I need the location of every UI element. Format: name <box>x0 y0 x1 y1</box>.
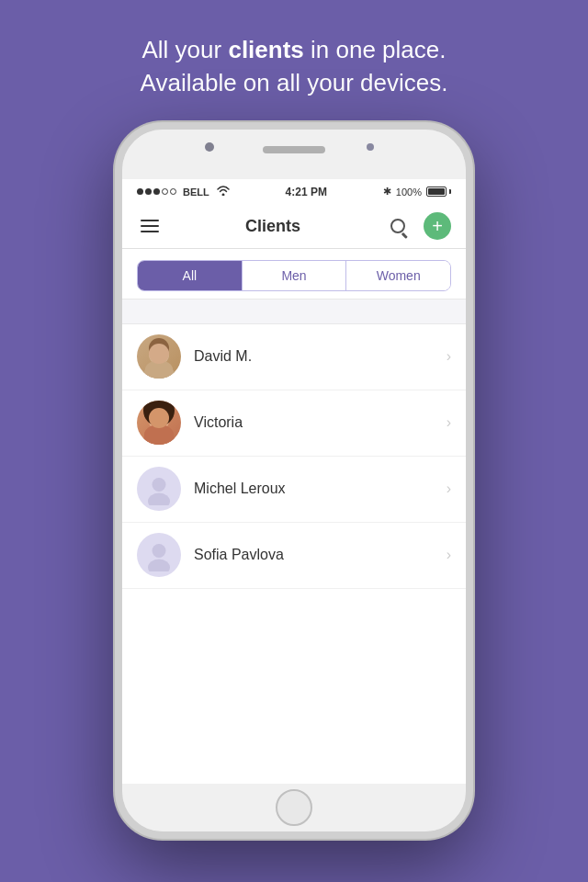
svg-point-1 <box>149 345 169 365</box>
battery-pct: 100% <box>396 187 422 198</box>
segment-tabs: All Men Women <box>137 260 451 291</box>
client-name: Victoria <box>194 414 439 431</box>
client-name: Sofia Pavlova <box>194 547 439 563</box>
add-icon: + <box>432 217 443 235</box>
status-bar: BELL 4:21 PM ✱ 100% <box>122 179 466 205</box>
carrier-label: BELL <box>183 187 209 198</box>
phone-speaker <box>263 146 325 153</box>
list-item[interactable]: Victoria › <box>122 390 466 457</box>
signal-dot-3 <box>153 188 160 195</box>
signal-dot-5 <box>170 188 176 195</box>
svg-point-8 <box>148 493 170 506</box>
nav-bar: Clients + <box>122 205 466 249</box>
battery-icon <box>426 187 451 197</box>
menu-line-1 <box>141 220 159 221</box>
menu-line-3 <box>141 231 159 232</box>
svg-point-4 <box>160 348 165 355</box>
signal-dot-1 <box>137 188 143 195</box>
chevron-right-icon: › <box>447 414 451 431</box>
signal-dot-4 <box>162 188 168 195</box>
status-right: ✱ 100% <box>383 186 451 198</box>
list-item[interactable]: Sofia Pavlova › <box>122 523 466 589</box>
search-icon <box>390 219 405 233</box>
phone-sensor <box>367 143 374 151</box>
list-item[interactable]: David M. › <box>122 324 466 390</box>
phone-mockup: BELL 4:21 PM ✱ 100% <box>115 122 473 839</box>
client-list: David M. › Victoria › <box>122 324 466 784</box>
headline-line2: Available on all your devices. <box>141 69 448 96</box>
chevron-right-icon: › <box>447 348 451 365</box>
headline: All your clients in one place. Available… <box>104 0 485 122</box>
headline-text: All your clients in one place. Available… <box>141 36 448 96</box>
client-name: Michel Leroux <box>194 481 439 497</box>
chevron-right-icon: › <box>447 481 451 497</box>
svg-point-5 <box>142 428 175 445</box>
headline-bold: clients <box>228 36 303 63</box>
svg-point-2 <box>150 344 168 355</box>
menu-button[interactable] <box>137 216 163 236</box>
bluetooth-icon: ✱ <box>383 186 391 198</box>
tab-all[interactable]: All <box>138 261 243 290</box>
avatar <box>137 533 181 577</box>
svg-point-7 <box>153 478 166 492</box>
svg-point-0 <box>142 362 175 379</box>
avatar <box>137 334 181 379</box>
signal-dots <box>137 188 176 195</box>
svg-point-3 <box>153 348 158 355</box>
wifi-icon <box>217 186 230 198</box>
tab-women[interactable]: Women <box>346 261 450 290</box>
search-button[interactable] <box>383 211 413 241</box>
phone-camera <box>205 142 214 152</box>
list-item[interactable]: Michel Leroux › <box>122 457 466 523</box>
phone-top-bar <box>122 130 466 179</box>
phone-bottom-bar <box>122 784 466 831</box>
chevron-right-icon: › <box>447 547 451 563</box>
status-left: BELL <box>137 186 230 198</box>
tab-men[interactable]: Men <box>243 261 347 290</box>
svg-point-6 <box>149 411 169 431</box>
avatar <box>137 467 181 511</box>
home-button[interactable] <box>276 789 312 826</box>
svg-point-10 <box>148 560 170 572</box>
search-handle <box>401 232 408 239</box>
section-header <box>122 299 466 324</box>
status-time: 4:21 PM <box>286 186 327 198</box>
menu-line-2 <box>141 225 159 227</box>
signal-dot-2 <box>145 188 152 195</box>
client-name: David M. <box>194 348 439 365</box>
avatar <box>137 401 181 445</box>
phone-screen: BELL 4:21 PM ✱ 100% <box>122 179 466 784</box>
add-client-button[interactable]: + <box>424 212 451 240</box>
svg-point-9 <box>153 544 166 558</box>
page-title: Clients <box>245 217 300 236</box>
nav-actions: + <box>383 211 451 241</box>
